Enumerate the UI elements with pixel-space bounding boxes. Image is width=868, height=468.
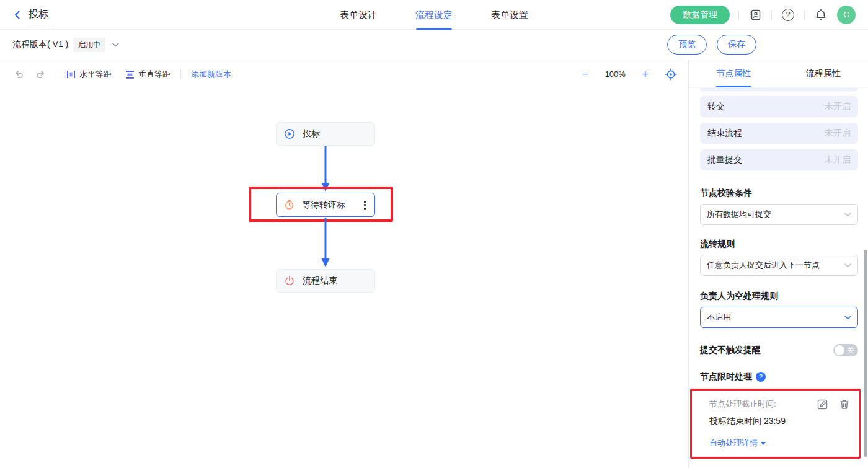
version-label: 流程版本( V1 )	[12, 39, 68, 50]
help-icon[interactable]: ?	[781, 7, 795, 22]
divider	[180, 70, 181, 79]
chevron-down-icon	[844, 316, 851, 320]
back-button[interactable]	[12, 10, 22, 20]
section-title-validation: 节点校验条件	[700, 188, 858, 199]
app-root: 投标 表单设计 流程设定 表单设置 数据管理	[0, 0, 868, 468]
undo-button[interactable]	[14, 70, 24, 79]
active-tab-underline	[416, 28, 452, 30]
deadline-label-row: 节点处理截止时间:	[709, 399, 850, 410]
node-menu-kebab-icon[interactable]	[363, 198, 367, 212]
deadline-section-head: 节点限时处理 ?	[700, 371, 858, 382]
edit-icon[interactable]	[817, 399, 828, 410]
row-label: 转交	[707, 101, 725, 112]
select-value: 所有数据均可提交	[707, 209, 771, 220]
zoom-level: 100%	[605, 69, 626, 79]
help-circle-icon[interactable]: ?	[756, 372, 766, 382]
timer-icon	[284, 200, 294, 210]
empty-owner-select[interactable]: 不启用	[700, 307, 858, 328]
flow-designer: 水平等距 垂直等距 添加新版本 − 100% +	[0, 60, 688, 468]
version-status-badge: 启用中	[73, 38, 105, 52]
horizontal-spacing-button[interactable]: 水平等距	[66, 69, 112, 80]
zoom-out-button[interactable]: −	[582, 68, 589, 80]
target-icon	[665, 68, 677, 81]
clipped-row-sliver	[700, 88, 858, 91]
add-new-version-link[interactable]: 添加新版本	[191, 69, 231, 80]
flow-rule-select[interactable]: 任意负责人提交后进入下一节点	[700, 255, 858, 276]
version-info: 流程版本( V1 ) 启用中	[12, 38, 120, 52]
question-glyph: ?	[782, 9, 794, 21]
zoom-in-button[interactable]: +	[642, 68, 649, 80]
tab-form-design[interactable]: 表单设计	[340, 0, 377, 30]
deadline-label: 节点处理截止时间:	[709, 399, 776, 410]
panel-tabs: 节点属性 流程属性	[689, 60, 868, 88]
tab-label: 节点属性	[716, 68, 751, 79]
deadline-title: 节点限时处理	[700, 371, 752, 382]
tab-form-settings[interactable]: 表单设置	[491, 0, 528, 30]
auto-process-details-link[interactable]: 自动处理详情	[709, 438, 850, 449]
fit-view-button[interactable]	[665, 68, 677, 81]
panel-body: 转交 未开启 结束流程 未开启 批量提交 未开启 节点校验条件 所有数据均可提交	[689, 88, 868, 468]
row-batch-submit[interactable]: 批量提交 未开启	[700, 149, 858, 170]
divider	[804, 11, 805, 19]
toggle-label: 提交不触发提醒	[700, 345, 761, 356]
flow-node-end[interactable]: 流程结束	[276, 269, 375, 293]
power-icon	[284, 275, 295, 286]
properties-panel: 节点属性 流程属性 转交 未开启 结束流程 未开启 批量提交	[688, 60, 868, 468]
page-title-wrap: 投标	[29, 8, 48, 21]
data-manage-button[interactable]: 数据管理	[670, 6, 730, 24]
tab-flow-setting[interactable]: 流程设定	[415, 0, 453, 30]
title-edit-underline	[29, 25, 52, 25]
top-header: 投标 表单设计 流程设定 表单设置 数据管理	[0, 0, 868, 30]
zoom-controls: − 100% +	[582, 68, 677, 81]
toggle-knob	[835, 345, 844, 355]
no-reminder-toggle[interactable]: 关	[833, 344, 858, 356]
tab-label: 流程设定	[415, 9, 453, 21]
row-end-flow[interactable]: 结束流程 未开启	[700, 123, 858, 144]
redo-icon	[35, 70, 46, 79]
validation-select[interactable]: 所有数据均可提交	[700, 204, 858, 225]
flow-edge	[319, 146, 332, 193]
header-tabs: 表单设计 流程设定 表单设置	[340, 0, 528, 30]
section-title-empty-owner: 负责人为空处理规则	[700, 291, 858, 302]
tab-label: 表单设置	[491, 9, 528, 21]
flow-canvas[interactable]: 投标 等待转评标	[0, 88, 688, 468]
flow-edge	[319, 218, 332, 269]
delete-trash-icon[interactable]	[839, 399, 850, 410]
redo-button[interactable]	[35, 70, 46, 79]
notification-bell-icon[interactable]	[813, 7, 828, 22]
flow-node-start[interactable]: 投标	[276, 122, 375, 146]
main-area: 水平等距 垂直等距 添加新版本 − 100% +	[0, 60, 868, 468]
row-transfer[interactable]: 转交 未开启	[700, 96, 858, 117]
version-chevron-down-icon[interactable]	[110, 40, 120, 50]
tab-label: 表单设计	[340, 9, 377, 21]
flow-node-wait-review[interactable]: 等待转评标	[276, 193, 375, 217]
contacts-icon[interactable]	[748, 7, 763, 22]
caret-down-icon	[761, 442, 766, 445]
divider	[738, 11, 739, 19]
row-status: 未开启	[825, 154, 851, 166]
undo-icon	[14, 70, 24, 79]
deadline-value: 投标结束时间 23:59	[709, 416, 850, 427]
no-reminder-row: 提交不触发提醒 关	[700, 344, 858, 356]
panel-scrollbar-thumb[interactable]	[864, 250, 867, 457]
node-label: 投标	[303, 128, 367, 139]
vertical-spacing-button[interactable]: 垂直等距	[125, 69, 170, 80]
version-bar: 流程版本( V1 ) 启用中 预览 保存	[0, 30, 868, 60]
tab-flow-properties[interactable]: 流程属性	[779, 60, 868, 87]
tab-node-properties[interactable]: 节点属性	[689, 60, 779, 87]
canvas-toolbar: 水平等距 垂直等距 添加新版本 − 100% +	[0, 60, 688, 88]
node-label: 流程结束	[303, 275, 367, 286]
node-label: 等待转评标	[302, 200, 355, 211]
active-tab-underline	[716, 86, 751, 87]
preview-button[interactable]: 预览	[667, 35, 707, 55]
tool-label: 水平等距	[79, 69, 112, 80]
user-avatar[interactable]: C	[837, 6, 856, 24]
page-title: 投标	[29, 9, 48, 19]
select-value: 任意负责人提交后进入下一节点	[707, 260, 820, 271]
select-value: 不启用	[707, 312, 731, 323]
row-label: 结束流程	[707, 128, 742, 139]
row-status: 未开启	[825, 101, 851, 112]
row-label: 批量提交	[707, 154, 742, 166]
section-title-flow-rule: 流转规则	[700, 239, 858, 250]
save-button[interactable]: 保存	[717, 35, 756, 55]
